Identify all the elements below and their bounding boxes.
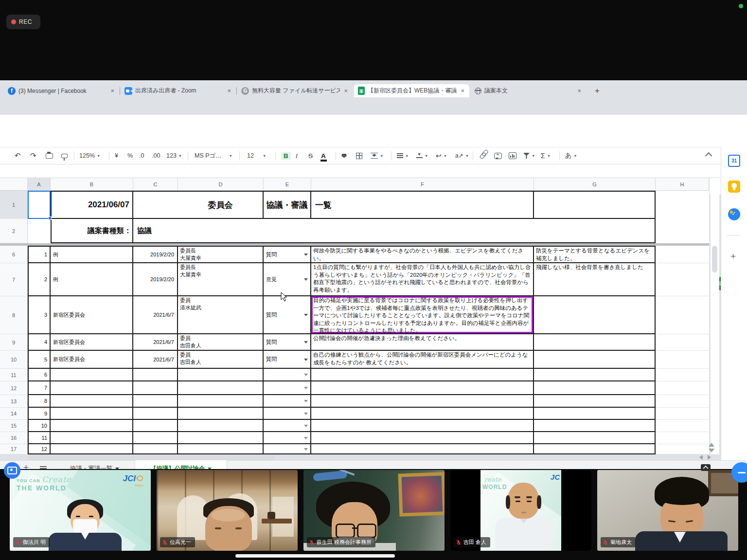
calendar-icon[interactable]: 31 xyxy=(728,155,740,167)
cell-A8[interactable]: 3 xyxy=(28,296,51,334)
browser-tab-2[interactable]: 出席済み出席者 - Zoom× xyxy=(121,84,236,97)
cell-G9[interactable] xyxy=(534,334,656,351)
cell-H10[interactable] xyxy=(656,351,709,369)
dropdown-arrow-icon[interactable] xyxy=(304,387,308,391)
dropdown-arrow-icon[interactable] xyxy=(304,413,308,417)
cell-A12[interactable]: 7 xyxy=(28,381,51,395)
cell-A16[interactable]: 11 xyxy=(28,432,51,444)
borders-icon[interactable] xyxy=(356,147,362,164)
tasks-icon[interactable] xyxy=(728,208,740,220)
redo-icon[interactable]: ↷ xyxy=(30,147,36,164)
text-color-button[interactable]: A xyxy=(321,147,326,164)
row-header-12[interactable]: 12 xyxy=(0,381,28,395)
format-currency-button[interactable]: ¥ xyxy=(115,147,118,164)
cell-F11[interactable] xyxy=(311,369,534,381)
cell-B1[interactable]: 2021/06/07 xyxy=(51,191,133,219)
cell-D10[interactable]: 委員 吉田倉人 xyxy=(178,351,264,369)
cell-E9[interactable]: 質問 xyxy=(264,334,311,351)
scroll-right-icon[interactable] xyxy=(708,455,711,460)
cell-B16[interactable] xyxy=(51,432,133,444)
cell-B9[interactable]: 新宿区委員会 xyxy=(51,334,133,351)
cell-G10[interactable] xyxy=(534,351,656,369)
cell-G14[interactable] xyxy=(534,408,656,420)
scroll-down-icon[interactable] xyxy=(709,449,714,452)
cell-B10[interactable]: 新宿区委員会 xyxy=(51,351,133,369)
cell-G11[interactable] xyxy=(534,369,656,381)
cell-B13[interactable] xyxy=(51,395,133,408)
scroll-up-icon[interactable] xyxy=(709,443,714,447)
insert-chart-icon[interactable] xyxy=(509,147,516,164)
cell-G7[interactable]: 飛躍しない様、社会背景を書き直しました xyxy=(534,263,656,296)
cell-B14[interactable] xyxy=(51,408,133,420)
browser-tab-5[interactable]: 議案本文× xyxy=(471,84,586,97)
dropdown-arrow-icon[interactable] xyxy=(304,374,308,378)
column-header-C[interactable]: C xyxy=(133,178,178,191)
cell-A7[interactable]: 2 xyxy=(28,263,51,296)
cell-E10[interactable]: 質問 xyxy=(264,351,311,369)
horizontal-scrollbar-thumb[interactable] xyxy=(28,455,275,460)
cell-E15[interactable] xyxy=(264,420,311,432)
cell-B15[interactable] xyxy=(51,420,133,432)
participant-video-4[interactable]: reateWORLDJC吉田 倉人 xyxy=(450,470,591,551)
row-header-13[interactable]: 13 xyxy=(0,395,28,408)
cell-B6[interactable]: 例 xyxy=(51,246,133,263)
addons-plus-icon[interactable]: + xyxy=(730,251,736,262)
decrease-decimal-button[interactable]: .0 xyxy=(139,147,144,164)
frozen-rows-divider[interactable] xyxy=(0,243,709,246)
cell-C6[interactable]: 2019/2/20 xyxy=(133,246,178,263)
cell-E1[interactable]: 協議・審議 xyxy=(264,191,311,219)
cell-B7[interactable]: 例 xyxy=(51,263,133,296)
column-header-F[interactable]: F xyxy=(311,178,534,191)
cell-E6[interactable]: 質問 xyxy=(264,246,311,263)
paint-format-icon[interactable] xyxy=(61,147,68,164)
dropdown-arrow-icon[interactable] xyxy=(304,437,308,441)
cell-D8[interactable]: 委員 清水紘武 xyxy=(178,296,264,334)
filter-icon[interactable]: ▼ xyxy=(523,147,535,164)
cell-H16[interactable] xyxy=(656,432,709,444)
cell-H14[interactable] xyxy=(656,408,709,420)
cell-D13[interactable] xyxy=(178,395,264,408)
cell-F1[interactable]: 一覧 xyxy=(311,191,534,219)
cell-C16[interactable] xyxy=(133,432,178,444)
cell-G1[interactable] xyxy=(534,191,656,219)
column-header-E[interactable]: E xyxy=(264,178,311,191)
cell-G16[interactable] xyxy=(534,432,656,444)
cell-D7[interactable]: 委員長 大屋貴幸 xyxy=(178,263,264,296)
functions-icon[interactable]: Σ▼ xyxy=(541,147,551,164)
cell-C2[interactable]: 協議 xyxy=(133,219,656,243)
cell-F13[interactable] xyxy=(311,395,534,408)
cell-E7[interactable]: 意見 xyxy=(264,263,311,296)
cell-B17[interactable] xyxy=(51,444,133,454)
cell-F12[interactable] xyxy=(311,381,534,395)
cell-D17[interactable] xyxy=(178,444,264,454)
cell-H12[interactable] xyxy=(656,381,709,395)
cell-G8[interactable] xyxy=(534,296,656,334)
scroll-left-icon[interactable] xyxy=(699,455,703,460)
cell-A10[interactable]: 5 xyxy=(28,351,51,369)
cell-F6[interactable]: 何故今防災に関する事業をやるべきなのかという根拠、エビデンスを教えてください。 xyxy=(311,246,534,263)
column-header-A[interactable]: A xyxy=(28,178,51,191)
cell-E17[interactable] xyxy=(264,444,311,454)
tab-close-icon[interactable]: × xyxy=(460,87,465,94)
undo-icon[interactable]: ↶ xyxy=(15,147,21,164)
text-wrap-icon[interactable]: ↩▼ xyxy=(436,147,447,164)
insert-link-icon[interactable] xyxy=(480,147,486,164)
participant-video-1[interactable]: YOU CAN CreateTHE WORLDJCITokyo御法川 明 xyxy=(10,470,151,551)
cell-A15[interactable]: 10 xyxy=(28,420,51,432)
horizontal-align-icon[interactable]: ▼ xyxy=(397,147,409,164)
cell-A11[interactable]: 6 xyxy=(28,369,51,381)
cell-A14[interactable]: 9 xyxy=(28,408,51,420)
cell-A13[interactable]: 8 xyxy=(28,395,51,408)
cell-A6[interactable]: 1 xyxy=(28,246,51,263)
row-header-17[interactable]: 17 xyxy=(0,444,28,454)
cell-H8[interactable] xyxy=(656,296,709,334)
zoom-app-control-icon[interactable] xyxy=(4,462,20,479)
cell-G15[interactable] xyxy=(534,420,656,432)
row-header-7[interactable]: 7 xyxy=(0,263,28,296)
collapse-gallery-icon[interactable] xyxy=(701,464,711,471)
cell-C8[interactable]: 2021/6/7 xyxy=(133,296,178,334)
row-header-9[interactable]: 9 xyxy=(0,334,28,351)
row-header-16[interactable]: 16 xyxy=(0,432,28,444)
cell-D1[interactable]: 委員会 xyxy=(178,191,264,219)
cell-F9[interactable]: 公開討論会の開催が急遽決まった理由を教えてください。 xyxy=(311,334,534,351)
